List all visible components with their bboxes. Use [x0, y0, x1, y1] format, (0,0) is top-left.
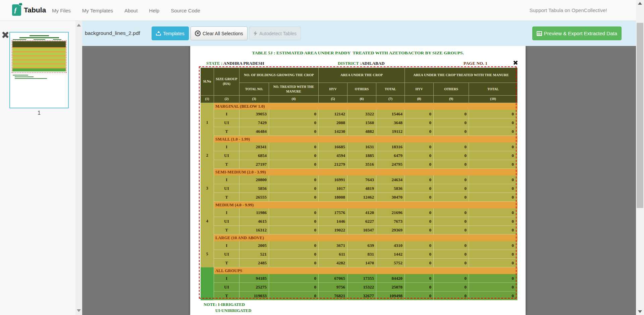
scrollbar-down-icon[interactable] [638, 310, 642, 313]
pdf-page-no: PAGE NO. 1 [464, 61, 487, 66]
thumb-selection-overlay [12, 41, 66, 73]
lock-icon [19, 3, 22, 6]
circle-x-icon: ✕ [195, 31, 201, 36]
scroll-down-icon[interactable] [77, 309, 81, 312]
tabula-brand[interactable]: ƒ Tabula [12, 4, 46, 16]
remove-page-icon[interactable] [1, 31, 9, 39]
nav-item-about[interactable]: About [124, 8, 138, 13]
pages-sidebar: 1 [0, 21, 82, 315]
document-toolbar: background_lines_2.pdf Templates ✕ Clear… [82, 21, 636, 46]
open-filename: background_lines_2.pdf [85, 30, 140, 36]
lightning-icon [254, 31, 257, 36]
nav-menu: My FilesMy TemplatesAboutHelpSource Code [52, 0, 200, 21]
scroll-up-icon[interactable] [77, 24, 81, 27]
support-link[interactable]: Support Tabula on OpenCollective! [529, 7, 607, 13]
pdf-state-line: STATE : ANDHRA PRADESH [206, 61, 264, 66]
window-scrollbar[interactable] [636, 0, 644, 315]
nav-item-my-templates[interactable]: My Templates [82, 8, 113, 13]
brand-title: Tabula [24, 6, 46, 14]
thumb-subtitle-line [19, 37, 59, 38]
pdf-page[interactable]: TABLE 5J : ESTIMATED AREA UNDER PADDY TR… [190, 46, 526, 315]
pdf-district-line: DISTRICT :ADILABAD [338, 61, 385, 66]
scrollbar-thumb[interactable] [637, 23, 643, 208]
table-selection-box[interactable] [199, 66, 517, 299]
pdf-table-title: TABLE 5J : ESTIMATED AREA UNDER PADDY TR… [190, 50, 526, 56]
selection-close-icon[interactable] [513, 60, 518, 65]
top-navbar: ƒ Tabula My FilesMy TemplatesAboutHelpSo… [0, 0, 636, 21]
pdf-viewer: TABLE 5J : ESTIMATED AREA UNDER PADDY TR… [82, 46, 636, 315]
nav-item-help[interactable]: Help [149, 8, 159, 13]
page-number-label: 1 [9, 110, 69, 116]
scrollbar-up-icon[interactable] [638, 2, 642, 5]
pdf-note-line2: UI-UNIRRIGATED [215, 308, 251, 313]
preview-export-button[interactable]: Preview & Export Extracted Data [532, 27, 622, 40]
pdf-note-line1: NOTE: I-IRRIGATED [204, 302, 245, 307]
autodetect-tables-button[interactable]: Autodetect Tables [249, 27, 301, 40]
upload-icon [156, 31, 161, 36]
nav-item-source-code[interactable]: Source Code [171, 8, 200, 13]
page-thumbnail[interactable] [9, 32, 69, 108]
clear-all-selections-button[interactable]: ✕ Clear All Selections [191, 27, 248, 40]
table-icon [537, 31, 542, 36]
tabula-logo-icon: ƒ [12, 4, 21, 16]
nav-item-my-files[interactable]: My Files [52, 8, 71, 13]
thumb-title-line [30, 35, 49, 36]
sidebar-scrollbar[interactable] [75, 21, 82, 315]
templates-button[interactable]: Templates [152, 27, 189, 40]
